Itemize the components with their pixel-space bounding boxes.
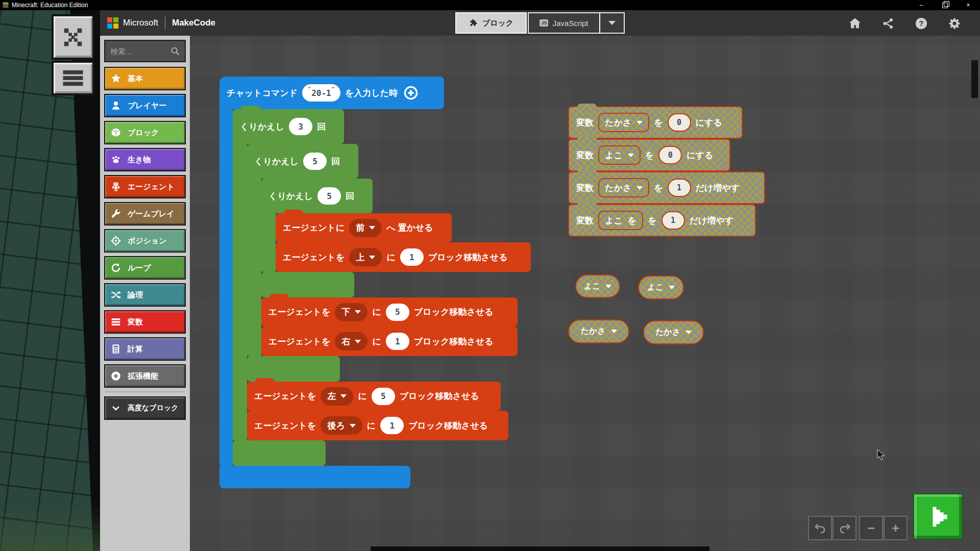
direction-dropdown[interactable]: 上 [349,248,382,266]
category-variables[interactable]: 変数 [104,310,186,334]
block-repeat-5b[interactable]: くりかえし 5 回 [261,179,373,213]
block-repeat-3[interactable]: くりかえし 3 回 [233,109,344,144]
repeat-count[interactable]: 5 [317,187,341,205]
player-icon [110,100,121,111]
block-agent-move-back[interactable]: エージェントを 後ろ に 1 ブロック移動させる [247,411,508,440]
block-agent-move-up[interactable]: エージェントを 上 に 1 ブロック移動させる [276,242,531,272]
dropdown-arrow-icon [355,340,361,343]
distance-value[interactable]: 1 [400,248,424,266]
block-change-var-yoko-1[interactable]: 変数 よこを を 1 だけ増やす [568,204,756,237]
category-mobs[interactable]: 生き物 [104,148,186,171]
block-repeat-3-spine[interactable] [233,141,247,440]
category-player[interactable]: プレイヤー [104,94,186,117]
minimize-button[interactable]: – [910,0,933,10]
wrench-icon [110,208,121,219]
var-value[interactable]: 1 [668,179,691,197]
reporter-yoko-1[interactable]: よこ [575,274,620,298]
var-suffix: だけ増やす [690,215,734,227]
repeat-count[interactable]: 5 [303,153,327,170]
home-button[interactable] [846,15,864,32]
block-set-var-yoko-0[interactable]: 変数 よこ を 0 にする [568,139,730,171]
reporter-takasa-1[interactable]: たかさ [568,319,629,343]
block-repeat-5a-spine[interactable] [247,176,261,356]
window-title: Minecraft: Education Edition [12,2,88,9]
category-position[interactable]: ポジション [104,229,186,253]
block-repeat-3-foot[interactable] [233,440,326,466]
close-code-editor-button[interactable] [52,14,94,60]
reporter-takasa-2[interactable]: たかさ [643,320,704,344]
block-agent-place[interactable]: エージェントに 前 へ 置かせる [276,213,452,242]
variable-dropdown[interactable]: たかさ [598,113,649,132]
block-set-var-takasa-0[interactable]: 変数 たかさ を 0 にする [568,106,743,139]
agent-prefix: エージェントを [254,420,316,432]
search-box [104,40,186,62]
restore-button[interactable] [933,0,957,10]
category-gameplay[interactable]: ゲームプレイ [104,202,186,226]
toolbox-sidebar: 基本 プレイヤー ブロック 生き物 エージェント ゲームプレイ ポジション ル [100,36,190,551]
direction-dropdown[interactable]: 左 [321,387,353,406]
undo-button[interactable] [808,516,832,540]
zoom-out-button[interactable]: − [859,516,883,540]
block-chat-command-end[interactable] [219,466,410,488]
direction-dropdown[interactable]: 右 [335,332,368,350]
javascript-icon: JS [540,19,548,27]
share-button[interactable] [879,15,897,32]
reporter-yoko-2[interactable]: よこ [638,276,684,299]
minecraft-education-window: Minecraft: Education Edition – × Microso… [0,0,980,551]
category-label: 基本 [128,74,143,84]
expand-plus-icon[interactable] [403,85,419,101]
run-code-button[interactable] [913,493,963,540]
advanced-blocks-toggle[interactable]: 高度なブロック [104,396,186,420]
block-agent-move-down[interactable]: エージェントを 下 に 5 ブロック移動させる [261,297,518,327]
category-basic[interactable]: 基本 [104,67,186,90]
category-blocks[interactable]: ブロック [104,121,186,144]
close-button[interactable]: × [957,0,980,10]
menu-button[interactable] [52,61,94,95]
var-value[interactable]: 0 [658,146,682,164]
category-extensions[interactable]: 拡張機能 [104,364,186,388]
tab-blocks-label: ブロック [482,18,513,28]
search-input[interactable] [105,47,169,56]
variable-name: たかさ [605,182,631,194]
reporter-label: よこ [584,281,601,292]
distance-value[interactable]: 5 [386,304,409,321]
variable-dropdown[interactable]: よこを [598,211,643,230]
block-canvas[interactable]: チャットコマンド "20-1" を入力した時 くりかえし 3 回 くりかえし 5… [190,36,980,551]
agent-prefix: エージェントに [283,222,345,234]
block-chat-command[interactable]: チャットコマンド "20-1" を入力した時 [219,77,444,109]
category-math[interactable]: 計算 [104,337,186,361]
var-value[interactable]: 1 [662,211,685,230]
category-logic[interactable]: 論理 [104,283,186,307]
direction-dropdown[interactable]: 前 [349,219,382,237]
help-button[interactable]: ? [913,15,930,32]
repeat-count[interactable]: 3 [289,118,312,135]
distance-value[interactable]: 5 [372,388,395,405]
redo-button[interactable] [832,516,856,540]
distance-value[interactable]: 1 [380,417,404,434]
block-agent-move-left[interactable]: エージェントを 左 に 5 ブロック移動させる [247,382,501,411]
block-change-var-takasa-1[interactable]: 変数 たかさ を 1 だけ増やす [568,171,765,204]
zoom-in-button[interactable]: + [884,516,908,540]
tab-javascript[interactable]: JS JavaScript [528,12,599,34]
var-value[interactable]: 0 [668,113,691,132]
settings-button[interactable] [946,15,963,32]
repeat-unit: 回 [317,121,326,133]
tab-blocks[interactable]: ブロック [455,12,527,34]
block-chat-command-spine[interactable] [219,106,233,466]
direction-dropdown[interactable]: 下 [335,303,368,321]
variable-dropdown[interactable]: よこ [598,145,641,165]
block-repeat-5b-spine[interactable] [261,210,276,272]
direction-value: 上 [356,252,364,263]
direction-dropdown[interactable]: 後ろ [321,416,362,435]
distance-value[interactable]: 1 [386,333,409,350]
language-dropdown-button[interactable] [599,12,625,34]
chat-command-value[interactable]: "20-1" [302,84,340,102]
block-repeat-5a[interactable]: くりかえし 5 回 [247,144,358,179]
category-agent[interactable]: エージェント [104,175,186,198]
block-agent-move-right[interactable]: エージェントを 右 に 1 ブロック移動させる [261,327,518,356]
loop-icon [110,262,121,273]
workspace-scrollbar[interactable] [971,60,978,98]
home-icon [848,16,862,31]
category-loops[interactable]: ループ [104,256,186,280]
variable-dropdown[interactable]: たかさ [598,178,649,197]
